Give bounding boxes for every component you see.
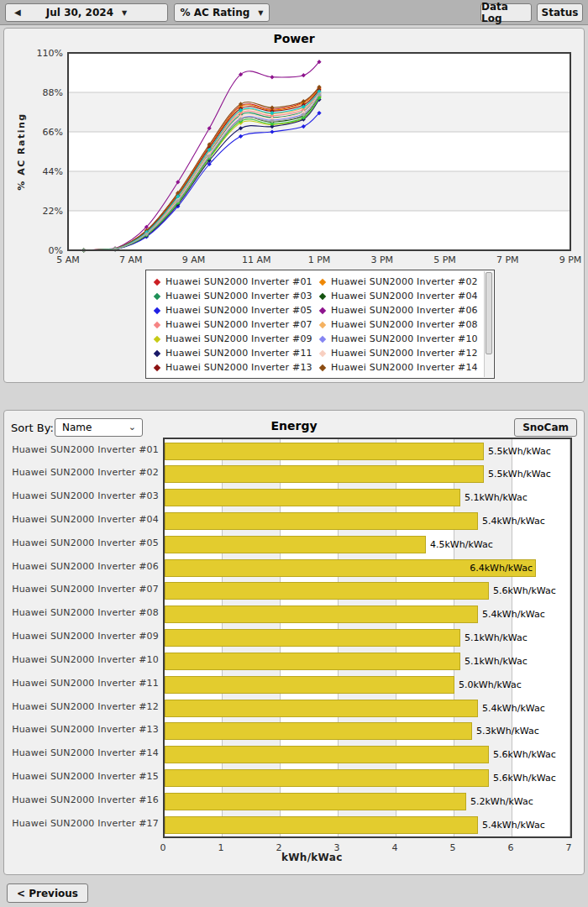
power-legend: Huawei SUN2000 Inverter #01Huawei SUN200… (145, 270, 495, 379)
energy-x-axis-label: kWh/kWac (281, 852, 449, 863)
energy-bar-value: 5.4kWh/kWac (482, 820, 545, 831)
caret-down-icon: ▼ (122, 9, 127, 17)
energy-row-label: Huawei SUN2000 Inverter #11 (6, 678, 159, 689)
legend-item-huawei-sun2000-inverter-09[interactable]: Huawei SUN2000 Inverter #09 (153, 332, 315, 346)
energy-x-tick: 6 (502, 842, 519, 853)
energy-bar-huawei-sun2000-inverter-08 (165, 606, 478, 623)
prev-day-arrow-icon[interactable]: ◀ (14, 8, 21, 17)
power-y-tick: 44% (43, 166, 63, 177)
legend-marker-icon (154, 335, 160, 342)
energy-row-label: Huawei SUN2000 Inverter #16 (6, 794, 159, 805)
legend-item-label: Huawei SUN2000 Inverter #07 (165, 319, 312, 330)
legend-item-huawei-sun2000-inverter-14[interactable]: Huawei SUN2000 Inverter #14 (318, 360, 480, 375)
legend-item-huawei-sun2000-inverter-06[interactable]: Huawei SUN2000 Inverter #06 (318, 303, 480, 317)
legend-item-huawei-sun2000-inverter-10[interactable]: Huawei SUN2000 Inverter #10 (318, 332, 480, 346)
energy-x-tick: 7 (560, 842, 577, 853)
snocam-button[interactable]: SnoCam (514, 418, 577, 437)
power-y-tick: 22% (43, 206, 63, 217)
energy-row-label: Huawei SUN2000 Inverter #05 (6, 537, 159, 548)
legend-item-huawei-sun2000-inverter-03[interactable]: Huawei SUN2000 Inverter #03 (153, 289, 315, 303)
power-x-tick: 3 PM (370, 254, 393, 265)
metric-label: % AC Rating (181, 7, 250, 18)
power-y-axis-label: % AC Rating (16, 113, 27, 190)
energy-row-label: Huawei SUN2000 Inverter #17 (6, 818, 159, 829)
energy-bar-huawei-sun2000-inverter-05 (165, 536, 426, 553)
date-picker[interactable]: ◀ Jul 30, 2024 ▼ (5, 3, 168, 22)
energy-bar-huawei-sun2000-inverter-04 (165, 512, 478, 530)
energy-bar-huawei-sun2000-inverter-12 (165, 700, 478, 717)
metric-dropdown[interactable]: % AC Rating ▼ (174, 3, 270, 22)
toolbar: ◀ Jul 30, 2024 ▼ % AC Rating ▼ Data Log … (0, 0, 588, 25)
legend-marker-icon (319, 335, 326, 342)
energy-bar-value: 5.6kWh/kWac (493, 773, 556, 784)
app-window: ◀ Jul 30, 2024 ▼ % AC Rating ▼ Data Log … (0, 0, 588, 907)
snocam-label: SnoCam (522, 422, 569, 433)
power-panel: Power 0%22%44%66%88%110%5 AM7 AM9 AM11 A… (3, 28, 585, 383)
energy-row-label: Huawei SUN2000 Inverter #09 (6, 631, 159, 642)
legend-item-label: Huawei SUN2000 Inverter #05 (165, 305, 312, 316)
legend-item-huawei-sun2000-inverter-13[interactable]: Huawei SUN2000 Inverter #13 (153, 360, 315, 375)
legend-item-label: Huawei SUN2000 Inverter #02 (331, 276, 478, 287)
energy-row-label: Huawei SUN2000 Inverter #15 (6, 771, 159, 782)
legend-item-label: Huawei SUN2000 Inverter #13 (165, 362, 312, 373)
energy-x-tick: 1 (213, 842, 229, 853)
energy-bar-value: 5.5kWh/kWac (488, 446, 551, 457)
legend-item-label: Huawei SUN2000 Inverter #03 (165, 291, 312, 301)
legend-marker-icon (319, 349, 326, 356)
power-x-tick: 9 PM (559, 254, 582, 265)
power-y-tick: 66% (43, 127, 63, 138)
legend-item-huawei-sun2000-inverter-11[interactable]: Huawei SUN2000 Inverter #11 (153, 346, 315, 360)
energy-bar-value: 5.0kWh/kWac (459, 679, 522, 690)
power-x-tick: 5 PM (433, 254, 456, 265)
previous-button[interactable]: < Previous (7, 883, 88, 903)
data-log-button[interactable]: Data Log (480, 3, 532, 22)
previous-label: < Previous (17, 888, 78, 899)
power-y-tick: 110% (37, 48, 63, 59)
legend-item-huawei-sun2000-inverter-08[interactable]: Huawei SUN2000 Inverter #08 (318, 317, 480, 332)
energy-bar-huawei-sun2000-inverter-10 (165, 653, 460, 670)
legend-marker-icon (319, 364, 326, 370)
power-y-tick: 88% (43, 87, 63, 98)
legend-item-huawei-sun2000-inverter-07[interactable]: Huawei SUN2000 Inverter #07 (153, 317, 315, 332)
legend-item-label: Huawei SUN2000 Inverter #12 (331, 348, 478, 359)
energy-chart-title: Energy (4, 419, 584, 433)
legend-marker-icon (319, 307, 326, 313)
legend-marker-icon (154, 321, 160, 328)
energy-bar-huawei-sun2000-inverter-16 (165, 793, 466, 810)
energy-bar-value: 5.4kWh/kWac (482, 609, 545, 620)
legend-marker-icon (154, 349, 160, 356)
energy-bar-huawei-sun2000-inverter-15 (165, 769, 489, 787)
energy-bar-huawei-sun2000-inverter-03 (165, 489, 460, 506)
energy-bar-value: 4.5kWh/kWac (430, 539, 493, 550)
power-x-tick: 7 AM (119, 254, 143, 265)
energy-bar-value: 5.3kWh/kWac (476, 726, 539, 737)
date-label: Jul 30, 2024 (46, 7, 113, 18)
energy-row-label: Huawei SUN2000 Inverter #13 (6, 724, 159, 735)
legend-item-huawei-sun2000-inverter-12[interactable]: Huawei SUN2000 Inverter #12 (318, 346, 480, 360)
energy-row-label: Huawei SUN2000 Inverter #12 (6, 701, 159, 712)
legend-marker-icon (319, 278, 326, 285)
energy-row-label: Huawei SUN2000 Inverter #10 (6, 654, 159, 665)
energy-bar-value: 5.4kWh/kWac (482, 703, 545, 714)
energy-row-label: Huawei SUN2000 Inverter #07 (6, 584, 159, 595)
legend-item-huawei-sun2000-inverter-04[interactable]: Huawei SUN2000 Inverter #04 (318, 289, 480, 303)
power-x-tick: 5 AM (56, 254, 80, 265)
energy-bar-value: 5.6kWh/kWac (493, 585, 556, 596)
legend-item-huawei-sun2000-inverter-05[interactable]: Huawei SUN2000 Inverter #05 (153, 303, 315, 317)
energy-x-tick: 0 (155, 842, 171, 853)
status-button[interactable]: Status (537, 3, 583, 22)
power-x-tick: 9 AM (182, 254, 206, 265)
legend-marker-icon (154, 292, 160, 299)
energy-bar-value: 6.4kWh/kWac (455, 563, 533, 574)
legend-scrollbar[interactable] (484, 271, 493, 377)
legend-marker-icon (154, 278, 160, 285)
energy-row-label: Huawei SUN2000 Inverter #14 (6, 747, 159, 758)
legend-item-huawei-sun2000-inverter-01[interactable]: Huawei SUN2000 Inverter #01 (153, 275, 315, 289)
energy-row-label: Huawei SUN2000 Inverter #02 (6, 467, 159, 478)
legend-scrollbar-thumb[interactable] (486, 272, 492, 354)
legend-item-label: Huawei SUN2000 Inverter #08 (331, 319, 478, 330)
legend-item-huawei-sun2000-inverter-02[interactable]: Huawei SUN2000 Inverter #02 (318, 275, 480, 289)
legend-item-label: Huawei SUN2000 Inverter #14 (331, 362, 478, 373)
data-log-label: Data Log (481, 1, 531, 24)
energy-row-label: Huawei SUN2000 Inverter #03 (6, 490, 159, 501)
